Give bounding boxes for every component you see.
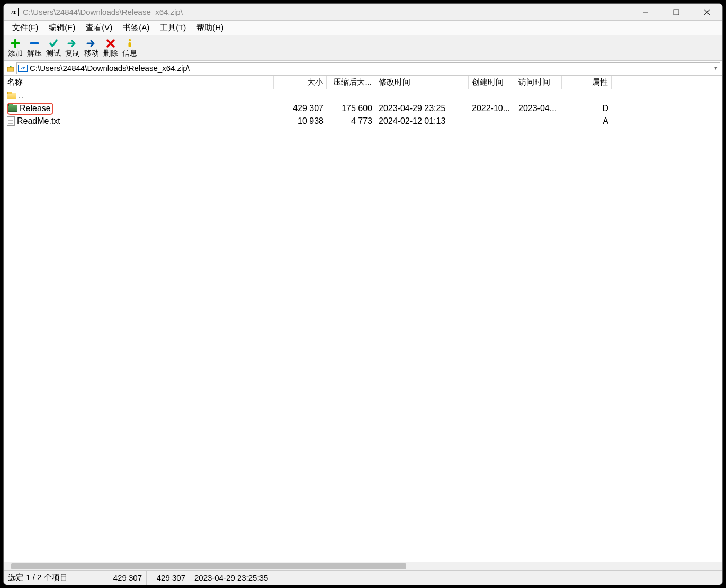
menu-view[interactable]: 查看(V) [80, 21, 118, 35]
toolbar-copy[interactable]: 复制 [63, 38, 82, 58]
check-icon [49, 38, 58, 49]
toolbar-move[interactable]: 移动 [82, 38, 101, 58]
window-title: C:\Users\24844\Downloads\Release_x64.zip… [23, 7, 630, 16]
toolbar-add[interactable]: 添加 [6, 38, 25, 58]
svg-rect-5 [129, 42, 131, 47]
window-controls [630, 4, 722, 20]
file-name: .. [19, 91, 23, 101]
x-icon [106, 38, 115, 49]
toolbar-delete[interactable]: 删除 [101, 38, 120, 58]
toolbar: 添加 解压 测试 复制 移动 删除 信息 [4, 35, 722, 61]
file-list[interactable]: .. Release 429 307 175 600 2023-04-29 23… [4, 89, 722, 562]
file-accessed: 2023-04... [515, 104, 562, 113]
text-file-icon [7, 116, 15, 126]
svg-point-4 [129, 39, 131, 41]
status-size2: 429 307 [147, 571, 190, 585]
file-size: 429 307 [274, 104, 327, 113]
file-attr: A [562, 116, 612, 126]
close-button[interactable] [692, 4, 722, 20]
maximize-button[interactable] [661, 4, 692, 20]
titlebar[interactable]: 7z C:\Users\24844\Downloads\Release_x64.… [4, 4, 722, 21]
status-date: 2023-04-29 23:25:35 [190, 571, 722, 585]
file-name: Release [20, 104, 51, 113]
info-icon [126, 38, 133, 49]
selection-highlight: Release [7, 103, 53, 115]
header-attr[interactable]: 属性 [562, 76, 612, 89]
up-folder-icon[interactable] [6, 64, 14, 73]
menu-bookmark[interactable]: 书签(A) [118, 21, 155, 35]
dropdown-arrow-icon[interactable]: ▾ [714, 65, 718, 71]
copy-arrow-icon [67, 38, 78, 49]
file-modified: 2024-02-12 01:13 [375, 116, 469, 126]
address-text: C:\Users\24844\Downloads\Release_x64.zip… [30, 64, 190, 73]
menu-help[interactable]: 帮助(H) [191, 21, 229, 35]
toolbar-extract[interactable]: 解压 [25, 38, 44, 58]
file-size: 10 938 [274, 116, 327, 126]
scrollbar-thumb[interactable] [11, 563, 406, 569]
menubar: 文件(F) 编辑(E) 查看(V) 书签(A) 工具(T) 帮助(H) [4, 21, 722, 35]
file-modified: 2023-04-29 23:25 [375, 104, 469, 113]
app-icon: 7z [8, 8, 19, 16]
status-size1: 429 307 [103, 571, 147, 585]
statusbar: 选定 1 / 2 个项目 429 307 429 307 2023-04-29 … [4, 570, 722, 585]
file-packed: 175 600 [327, 104, 375, 113]
file-created: 2022-10... [469, 104, 515, 113]
addressbar: 7z C:\Users\24844\Downloads\Release_x64.… [4, 61, 722, 76]
header-created[interactable]: 创建时间 [469, 76, 515, 89]
plus-icon [11, 38, 20, 49]
app-window: 7z C:\Users\24844\Downloads\Release_x64.… [3, 3, 723, 585]
folder-icon [8, 105, 17, 112]
toolbar-test[interactable]: 测试 [44, 38, 63, 58]
horizontal-scrollbar[interactable] [4, 562, 722, 570]
archive-icon: 7z [18, 65, 28, 72]
address-input[interactable]: 7z C:\Users\24844\Downloads\Release_x64.… [16, 62, 720, 74]
svg-rect-1 [674, 10, 679, 15]
menu-tools[interactable]: 工具(T) [155, 21, 191, 35]
header-modified[interactable]: 修改时间 [375, 76, 469, 89]
move-arrow-icon [86, 38, 97, 49]
list-item-file[interactable]: ReadMe.txt 10 938 4 773 2024-02-12 01:13… [4, 115, 722, 128]
status-selection: 选定 1 / 2 个项目 [4, 571, 103, 585]
column-headers: 名称 大小 压缩后大... 修改时间 创建时间 访问时间 属性 [4, 76, 722, 89]
list-item-updir[interactable]: .. [4, 89, 722, 102]
toolbar-info[interactable]: 信息 [120, 38, 139, 58]
folder-icon [7, 93, 16, 99]
header-packed[interactable]: 压缩后大... [327, 76, 375, 89]
minimize-button[interactable] [630, 4, 661, 20]
header-size[interactable]: 大小 [274, 76, 327, 89]
header-name[interactable]: 名称 [4, 76, 274, 89]
file-attr: D [562, 104, 612, 113]
file-packed: 4 773 [327, 116, 375, 126]
header-accessed[interactable]: 访问时间 [515, 76, 562, 89]
list-item-folder[interactable]: Release 429 307 175 600 2023-04-29 23:25… [4, 102, 722, 115]
file-name: ReadMe.txt [17, 116, 60, 126]
minus-icon [30, 38, 39, 49]
menu-edit[interactable]: 编辑(E) [43, 21, 80, 35]
menu-file[interactable]: 文件(F) [7, 21, 43, 35]
